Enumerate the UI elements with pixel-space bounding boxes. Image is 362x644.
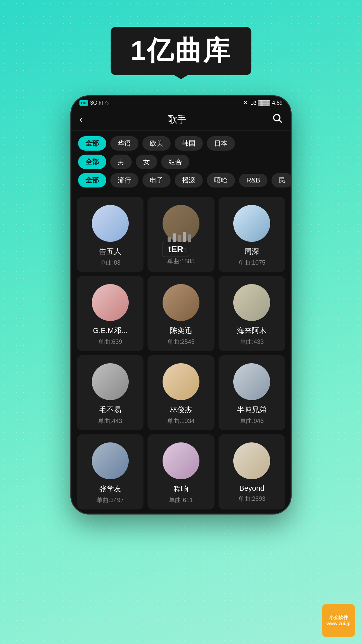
filter-row-genre: 全部 流行 电子 摇滚 嘻哈 R&B 民 [78, 173, 284, 187]
artist-card[interactable]: 程响单曲:611 [147, 434, 214, 509]
watermark-line2: www.zui.jp [326, 621, 351, 627]
artist-name: 海来阿木 [237, 326, 266, 336]
battery-icon: ▓▓▓ [258, 100, 270, 106]
artist-avatar [233, 363, 270, 400]
filter-all-region[interactable]: 全部 [78, 136, 106, 151]
artist-card[interactable]: 陈奕迅单曲:2545 [147, 276, 214, 351]
filter-group[interactable]: 组合 [161, 155, 189, 169]
artist-name: 程响 [174, 484, 188, 494]
artist-card[interactable]: 周深单曲:1075 [219, 197, 285, 272]
artist-count: 单曲:2545 [167, 338, 194, 346]
hd-badge: HD [79, 100, 88, 106]
artist-avatar [163, 284, 199, 321]
back-button[interactable]: ‹ [79, 114, 82, 125]
artist-card[interactable]: Beyond单曲:2693 [219, 434, 285, 509]
svg-rect-4 [178, 235, 181, 242]
svg-rect-6 [188, 234, 191, 242]
filter-male[interactable]: 男 [110, 155, 132, 169]
nav-bar: ‹ 歌手 [71, 108, 291, 131]
phone-mockup: HD 3G ⍐ ◇ 👁 ⎇ ▓▓▓ 4:59 ‹ 歌手 全部 华语 欧美 韩 [70, 95, 292, 515]
artist-card[interactable]: 毛不易单曲:443 [77, 355, 143, 430]
search-icon [272, 113, 283, 123]
artist-card[interactable]: 林俊杰单曲:1034 [147, 355, 214, 430]
artist-avatar [92, 284, 129, 321]
wifi-icon: ⍐ [99, 100, 103, 106]
artist-grid: 告五人单曲:83 tERtER单曲:1585周深单曲:1075G.E.M邓...… [71, 193, 291, 514]
artist-count: 单曲:2693 [238, 495, 265, 503]
artist-count: 单曲:611 [169, 496, 193, 504]
filter-hiphop[interactable]: 嘻哈 [207, 173, 235, 187]
title-banner: 1亿曲库 [111, 27, 252, 75]
artist-count: 单曲:3497 [97, 496, 124, 504]
filter-row-gender: 全部 男 女 组合 [78, 155, 284, 169]
artist-avatar [233, 205, 270, 242]
artist-count: 单曲:1585 [167, 257, 194, 265]
artist-count: 单曲:1034 [167, 417, 194, 425]
filter-all-gender[interactable]: 全部 [78, 155, 106, 169]
time-display: 4:59 [272, 100, 283, 106]
status-left: HD 3G ⍐ ◇ [79, 100, 109, 106]
artist-name: G.E.M邓... [93, 326, 127, 336]
artist-count: 单曲:433 [240, 338, 264, 346]
filter-korean[interactable]: 韩国 [175, 136, 203, 151]
svg-rect-2 [168, 237, 171, 242]
artist-card[interactable]: 张学友单曲:3497 [77, 434, 143, 509]
filter-rock[interactable]: 摇滚 [175, 173, 203, 187]
eye-icon: 👁 [243, 100, 248, 106]
filter-female[interactable]: 女 [136, 155, 157, 169]
app-icon: ◇ [105, 100, 109, 106]
artist-name: 林俊杰 [170, 405, 192, 415]
artist-card[interactable]: 告五人单曲:83 [77, 197, 143, 272]
artist-count: 单曲:946 [240, 417, 264, 425]
artist-name: 毛不易 [99, 405, 121, 415]
svg-line-1 [279, 120, 282, 122]
artist-name: 告五人 [99, 247, 121, 257]
artist-name: 周深 [244, 247, 259, 257]
artist-count: 单曲:1075 [238, 259, 265, 267]
artist-count: 单曲:639 [98, 338, 122, 346]
artist-name: 陈奕迅 [170, 326, 192, 336]
artist-card[interactable]: G.E.M邓...单曲:639 [77, 276, 143, 351]
filters-container: 全部 华语 欧美 韩国 日本 全部 男 女 组合 全部 流行 电子 摇滚 嘻哈 … [71, 131, 291, 193]
ter-label: tER [163, 242, 189, 257]
filter-chinese[interactable]: 华语 [110, 136, 138, 151]
watermark-line1: 小众软件 [329, 614, 348, 621]
filter-row-region: 全部 华语 欧美 韩国 日本 [78, 136, 284, 151]
artist-name: 半吨兄弟 [237, 405, 266, 415]
search-button[interactable] [272, 113, 283, 126]
artist-name: 张学友 [99, 484, 121, 494]
filter-rnb[interactable]: R&B [239, 174, 267, 187]
artist-avatar [163, 442, 199, 479]
artist-card[interactable]: 半吨兄弟单曲:946 [219, 355, 285, 430]
artist-avatar [92, 205, 129, 242]
nav-title: 歌手 [168, 113, 187, 126]
filter-all-genre[interactable]: 全部 [78, 173, 106, 187]
signal-indicator: 3G [90, 100, 97, 106]
status-bar: HD 3G ⍐ ◇ 👁 ⎇ ▓▓▓ 4:59 [71, 96, 291, 108]
watermark: 小众软件 www.zui.jp [322, 604, 355, 637]
artist-name: Beyond [239, 484, 264, 493]
artist-avatar [163, 363, 199, 400]
filter-pop[interactable]: 流行 [110, 173, 138, 187]
artist-avatar [233, 284, 270, 321]
artist-card[interactable]: 海来阿木单曲:433 [219, 276, 285, 351]
artist-count: 单曲:83 [100, 259, 120, 267]
artist-count: 单曲:443 [98, 417, 122, 425]
svg-rect-5 [183, 232, 186, 242]
svg-rect-3 [173, 233, 176, 242]
page-title: 1亿曲库 [131, 36, 232, 65]
filter-folk[interactable]: 民 [272, 173, 292, 187]
status-right: 👁 ⎇ ▓▓▓ 4:59 [243, 100, 283, 106]
artist-avatar [233, 442, 270, 479]
artist-avatar [163, 205, 199, 242]
vibrate-icon: ⎇ [250, 100, 256, 106]
artist-avatar [92, 363, 129, 400]
filter-western[interactable]: 欧美 [142, 136, 171, 151]
artist-card[interactable]: tERtER单曲:1585 [147, 197, 214, 272]
filter-electronic[interactable]: 电子 [142, 173, 171, 187]
filter-japanese[interactable]: 日本 [207, 136, 235, 151]
artist-avatar [92, 442, 129, 479]
svg-point-0 [274, 114, 280, 121]
